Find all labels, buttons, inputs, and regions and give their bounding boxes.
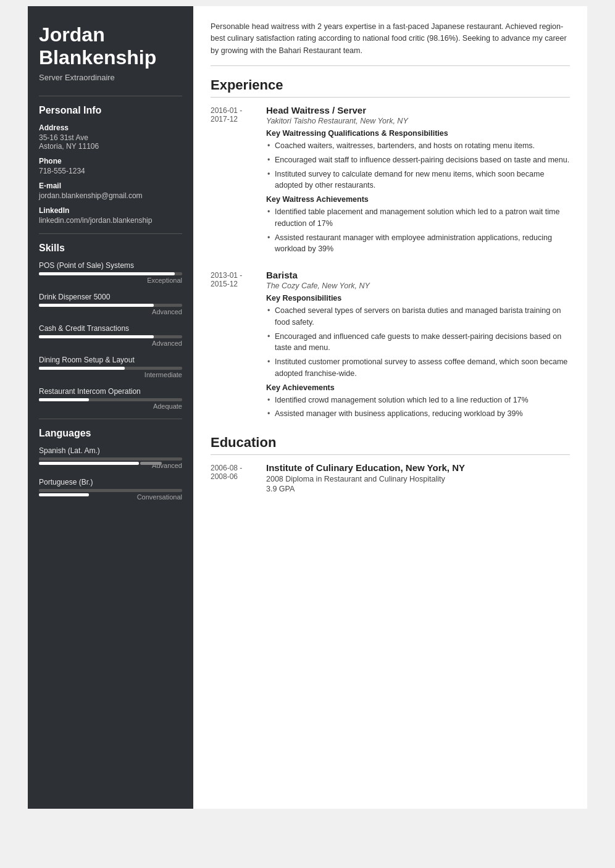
- email-label: E-mail: [39, 182, 182, 190]
- skill-bar-bg: [39, 398, 182, 401]
- skill-item: Restaurant Intercom Operation Adequate: [39, 387, 182, 410]
- job-title: Barista: [266, 270, 570, 280]
- skill-name: POS (Point of Sale) Systems: [39, 261, 182, 270]
- language-name: Portuguese (Br.): [39, 478, 182, 486]
- linkedin-label: LinkedIn: [39, 206, 182, 215]
- skill-bar-fill: [39, 304, 154, 307]
- skill-bar-bg: [39, 304, 182, 307]
- linkedin-value: linkedin.com/in/jordan.blankenship: [39, 216, 182, 225]
- skill-name: Dining Room Setup & Layout: [39, 356, 182, 364]
- bullet-item: Identified crowd management solution whi…: [266, 394, 570, 406]
- bullet-item: Encouraged wait staff to influence desse…: [266, 154, 570, 166]
- edu-gpa: 3.9 GPA: [266, 485, 570, 493]
- languages-section-title: Languages: [39, 428, 182, 439]
- bullet-item: Identified table placement and managemen…: [266, 206, 570, 230]
- entry-dates: 2016-01 -2017-12: [211, 105, 266, 257]
- skill-level: Exceptional: [39, 277, 182, 284]
- bullets-list: Identified crowd management solution whi…: [266, 394, 570, 420]
- subsection-title: Key Waitress Achievements: [266, 195, 570, 204]
- languages-list: Spanish (Lat. Am.) Advanced Portuguese (…: [39, 446, 182, 501]
- company-name: Yakitori Taisho Restaurant, New York, NY: [266, 117, 570, 125]
- skill-item: Drink Dispenser 5000 Advanced: [39, 293, 182, 315]
- skill-bar-bg: [39, 335, 182, 338]
- bullets-list: Coached several types of servers on bari…: [266, 305, 570, 380]
- experience-section-title: Experience: [211, 77, 570, 98]
- bullet-item: Coached several types of servers on bari…: [266, 305, 570, 328]
- bullet-item: Assisted manager with business applicati…: [266, 408, 570, 420]
- experience-list: 2016-01 -2017-12 Head Waitress / Server …: [211, 105, 570, 422]
- bullet-item: Instituted customer promotional survey t…: [266, 356, 570, 380]
- skill-item: Dining Room Setup & Layout Intermediate: [39, 356, 182, 378]
- summary-text: Personable head waitress with 2 years ex…: [211, 21, 570, 66]
- candidate-name: JordanBlankenship: [39, 23, 182, 69]
- email-value: jordan.blankenship@gmail.com: [39, 191, 182, 200]
- skill-item: Cash & Credit Transactions Advanced: [39, 324, 182, 347]
- entry-content: Head Waitress / Server Yakitori Taisho R…: [266, 105, 570, 257]
- language-item: Portuguese (Br.) Conversational: [39, 478, 182, 501]
- edu-dates: 2006-08 -2008-06: [211, 462, 266, 493]
- address-label: Address: [39, 123, 182, 132]
- skill-bar-bg: [39, 367, 182, 370]
- skill-bar-bg: [39, 272, 182, 275]
- subsection-title: Key Responsibilities: [266, 294, 570, 303]
- language-name: Spanish (Lat. Am.): [39, 446, 182, 455]
- education-list: 2006-08 -2008-06 Institute of Culinary E…: [211, 462, 570, 493]
- edu-content: Institute of Culinary Education, New Yor…: [266, 462, 570, 493]
- entry-dates: 2013-01 -2015-12: [211, 270, 266, 422]
- education-entry: 2006-08 -2008-06 Institute of Culinary E…: [211, 462, 570, 493]
- skill-level: Advanced: [39, 340, 182, 347]
- skill-bar-fill: [39, 335, 154, 338]
- bullet-item: Coached waiters, waitresses, bartenders,…: [266, 140, 570, 152]
- subsection-title: Key Waitressing Qualifications & Respons…: [266, 129, 570, 138]
- skill-name: Restaurant Intercom Operation: [39, 387, 182, 396]
- address-value: 35-16 31st AveAstoria, NY 11106: [39, 133, 182, 151]
- experience-entry: 2013-01 -2015-12 Barista The Cozy Cafe, …: [211, 270, 570, 422]
- skill-level: Adequate: [39, 403, 182, 410]
- language-bar-bg: [39, 489, 182, 492]
- language-item: Spanish (Lat. Am.) Advanced: [39, 446, 182, 469]
- skills-section-title: Skills: [39, 243, 182, 254]
- experience-entry: 2016-01 -2017-12 Head Waitress / Server …: [211, 105, 570, 257]
- subsection-title: Key Achievements: [266, 383, 570, 392]
- edu-degree: 2008 Diploma in Restaurant and Culinary …: [266, 475, 570, 483]
- skill-bar-fill: [39, 367, 125, 370]
- skill-bar-fill: [39, 272, 175, 275]
- bullet-item: Assisted restaurant manager with employe…: [266, 232, 570, 256]
- bullets-list: Coached waiters, waitresses, bartenders,…: [266, 140, 570, 191]
- entry-content: Barista The Cozy Cafe, New York, NY Key …: [266, 270, 570, 422]
- school-name: Institute of Culinary Education, New Yor…: [266, 462, 570, 473]
- skill-level: Advanced: [39, 308, 182, 315]
- skill-name: Cash & Credit Transactions: [39, 324, 182, 333]
- skill-item: POS (Point of Sale) Systems Exceptional: [39, 261, 182, 284]
- language-bar-bg: [39, 457, 182, 461]
- skills-list: POS (Point of Sale) Systems Exceptional …: [39, 261, 182, 410]
- company-name: The Cozy Cafe, New York, NY: [266, 282, 570, 290]
- skill-name: Drink Dispenser 5000: [39, 293, 182, 301]
- candidate-title: Server Extraordinaire: [39, 73, 182, 82]
- bullets-list: Identified table placement and managemen…: [266, 206, 570, 255]
- sidebar: JordanBlankenship Server Extraordinaire …: [28, 6, 193, 809]
- resume-container: JordanBlankenship Server Extraordinaire …: [28, 6, 587, 809]
- phone-value: 718-555-1234: [39, 167, 182, 175]
- job-title: Head Waitress / Server: [266, 105, 570, 115]
- skill-bar-fill: [39, 398, 89, 401]
- bullet-item: Instituted survey to calculate demand fo…: [266, 169, 570, 192]
- phone-label: Phone: [39, 157, 182, 165]
- personal-info-section-title: Personal Info: [39, 105, 182, 116]
- skill-level: Intermediate: [39, 371, 182, 378]
- education-section-title: Education: [211, 435, 570, 455]
- main-content: Personable head waitress with 2 years ex…: [193, 6, 587, 809]
- bullet-item: Encouraged and influenced cafe guests to…: [266, 331, 570, 354]
